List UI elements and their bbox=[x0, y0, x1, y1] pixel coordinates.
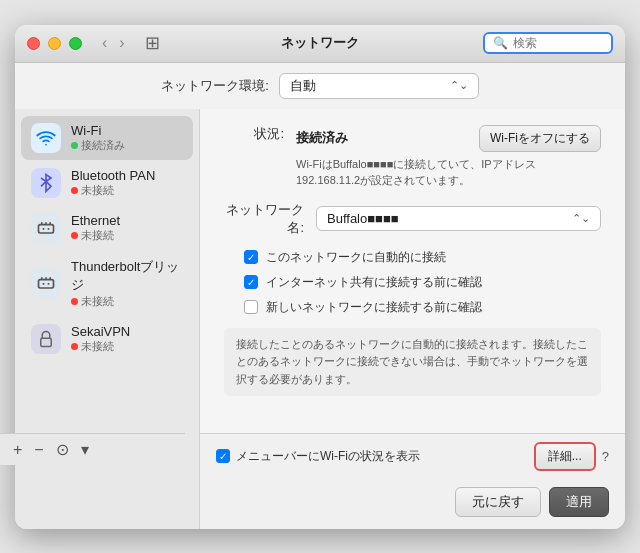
sidebar-vpn-name: SekaiVPN bbox=[71, 324, 130, 339]
sidebar-wifi-status: 接続済み bbox=[71, 138, 125, 153]
add-network-button[interactable]: + bbox=[15, 439, 27, 461]
ethernet-icon bbox=[31, 213, 61, 243]
sidebar-tb-name: Thunderboltブリッジ bbox=[71, 258, 183, 294]
internet-share-label: インターネット共有に接続する前に確認 bbox=[266, 274, 482, 291]
chevron-down-icon: ⌃⌄ bbox=[450, 79, 468, 92]
status-dot-red3 bbox=[71, 298, 78, 305]
status-dot-red4 bbox=[71, 343, 78, 350]
svg-rect-1 bbox=[39, 224, 54, 232]
sidebar-wifi-name: Wi-Fi bbox=[71, 123, 125, 138]
wifi-icon bbox=[31, 123, 61, 153]
status-description: Wi-FiはBuffalo■■■■に接続していて、IPアドレス 192.168.… bbox=[296, 156, 601, 189]
env-bar: ネットワーク環境: 自動 ⌃⌄ bbox=[15, 63, 625, 109]
sidebar-item-vpn[interactable]: SekaiVPN 未接続 bbox=[21, 317, 193, 361]
search-box[interactable]: 🔍 bbox=[483, 32, 613, 54]
menubar-wifi-checkbox[interactable] bbox=[216, 449, 230, 463]
gear-chevron-icon[interactable]: ▾ bbox=[76, 438, 94, 461]
new-network-label: 新しいネットワークに接続する前に確認 bbox=[266, 299, 482, 316]
menubar-wifi-label: メニューバーにWi-Fiの状況を表示 bbox=[236, 448, 420, 465]
traffic-lights bbox=[27, 37, 82, 50]
search-icon: 🔍 bbox=[493, 36, 508, 50]
sidebar-eth-text: Ethernet 未接続 bbox=[71, 213, 120, 243]
sidebar-bt-status-text: 未接続 bbox=[81, 183, 114, 198]
env-select[interactable]: 自動 ⌃⌄ bbox=[279, 73, 479, 99]
right-panel: 状況: 接続済み Wi-Fiをオフにする Wi-FiはBuffalo■■■■に接… bbox=[200, 109, 625, 529]
sidebar-wifi-status-text: 接続済み bbox=[81, 138, 125, 153]
sidebar-footer: + − ⊙ ▾ bbox=[15, 433, 185, 465]
chevron-down-icon2: ⌃⌄ bbox=[572, 212, 590, 225]
sidebar-bt-status: 未接続 bbox=[71, 183, 155, 198]
auto-connect-label: このネットワークに自動的に接続 bbox=[266, 249, 446, 266]
checkboxes: このネットワークに自動的に接続 インターネット共有に接続する前に確認 新しいネッ… bbox=[244, 249, 601, 316]
menubar-checkbox-row: メニューバーにWi-Fiの状況を表示 bbox=[216, 448, 534, 465]
sidebar-item-wifi[interactable]: Wi-Fi 接続済み bbox=[21, 116, 193, 160]
titlebar: ‹ › ⊞ ネットワーク 🔍 bbox=[15, 25, 625, 63]
wifi-toggle-button[interactable]: Wi-Fiをオフにする bbox=[479, 125, 601, 152]
status-dot-red2 bbox=[71, 232, 78, 239]
sidebar-eth-status: 未接続 bbox=[71, 228, 120, 243]
new-network-checkbox[interactable] bbox=[244, 300, 258, 314]
grid-icon: ⊞ bbox=[145, 32, 160, 54]
sidebar-vpn-status-text: 未接続 bbox=[81, 339, 114, 354]
env-label: ネットワーク環境: bbox=[161, 77, 269, 95]
maximize-button[interactable] bbox=[69, 37, 82, 50]
status-dot-green bbox=[71, 142, 78, 149]
sidebar-vpn-text: SekaiVPN 未接続 bbox=[71, 324, 130, 354]
sidebar-tb-status-text: 未接続 bbox=[81, 294, 114, 309]
detail-panel: 状況: 接続済み Wi-Fiをオフにする Wi-FiはBuffalo■■■■に接… bbox=[200, 109, 625, 433]
sidebar-eth-status-text: 未接続 bbox=[81, 228, 114, 243]
cb-row-3: 新しいネットワークに接続する前に確認 bbox=[244, 299, 601, 316]
forward-button[interactable]: › bbox=[115, 33, 128, 53]
main-body: Wi-Fi 接続済み Bluetooth PAN bbox=[15, 109, 625, 529]
svg-rect-3 bbox=[41, 338, 52, 346]
net-name-value: Buffalo■■■■ bbox=[327, 211, 399, 226]
revert-button[interactable]: 元に戻す bbox=[455, 487, 541, 517]
status-row: 状況: 接続済み Wi-Fiをオフにする Wi-FiはBuffalo■■■■に接… bbox=[224, 125, 601, 189]
internet-share-checkbox[interactable] bbox=[244, 275, 258, 289]
bottom-bar: メニューバーにWi-Fiの状況を表示 詳細... ? bbox=[200, 433, 625, 479]
sidebar-item-ethernet[interactable]: Ethernet 未接続 bbox=[21, 206, 193, 250]
svg-rect-2 bbox=[39, 280, 54, 288]
footer-buttons: 元に戻す 適用 bbox=[200, 479, 625, 529]
remove-network-button[interactable]: − bbox=[29, 439, 48, 461]
help-button[interactable]: ? bbox=[602, 449, 609, 464]
cb-row-1: このネットワークに自動的に接続 bbox=[244, 249, 601, 266]
sidebar-tb-text: Thunderboltブリッジ 未接続 bbox=[71, 258, 183, 309]
cb-row-2: インターネット共有に接続する前に確認 bbox=[244, 274, 601, 291]
vpn-icon bbox=[31, 324, 61, 354]
sidebar-item-bluetooth[interactable]: Bluetooth PAN 未接続 bbox=[21, 161, 193, 205]
window-title: ネットワーク bbox=[281, 34, 359, 52]
sidebar-bt-name: Bluetooth PAN bbox=[71, 168, 155, 183]
sidebar-tb-status: 未接続 bbox=[71, 294, 183, 309]
net-name-label: ネットワーク名: bbox=[224, 201, 304, 237]
apply-button[interactable]: 適用 bbox=[549, 487, 609, 517]
status-label: 状況: bbox=[224, 125, 284, 143]
nav-buttons: ‹ › bbox=[98, 33, 129, 53]
back-button[interactable]: ‹ bbox=[98, 33, 111, 53]
thunderbolt-icon bbox=[31, 268, 61, 298]
minimize-button[interactable] bbox=[48, 37, 61, 50]
svg-point-0 bbox=[45, 143, 47, 145]
window: ‹ › ⊞ ネットワーク 🔍 ネットワーク環境: 自動 ⌃⌄ bbox=[15, 25, 625, 529]
sidebar-vpn-status: 未接続 bbox=[71, 339, 130, 354]
bluetooth-icon bbox=[31, 168, 61, 198]
sidebar-item-thunderbolt[interactable]: Thunderboltブリッジ 未接続 bbox=[21, 251, 193, 316]
status-dot-red bbox=[71, 187, 78, 194]
status-value: 接続済み bbox=[296, 129, 467, 147]
warning-box: 接続したことのあるネットワークに自動的に接続されます。接続したことのあるネットワ… bbox=[224, 328, 601, 397]
search-input[interactable] bbox=[513, 36, 603, 50]
sidebar-eth-name: Ethernet bbox=[71, 213, 120, 228]
sidebar: Wi-Fi 接続済み Bluetooth PAN bbox=[15, 109, 200, 529]
sidebar-wifi-text: Wi-Fi 接続済み bbox=[71, 123, 125, 153]
net-name-select[interactable]: Buffalo■■■■ ⌃⌄ bbox=[316, 206, 601, 231]
sidebar-bt-text: Bluetooth PAN 未接続 bbox=[71, 168, 155, 198]
gear-button[interactable]: ⊙ bbox=[51, 438, 74, 461]
env-select-value: 自動 bbox=[290, 77, 316, 95]
auto-connect-checkbox[interactable] bbox=[244, 250, 258, 264]
net-name-row: ネットワーク名: Buffalo■■■■ ⌃⌄ bbox=[224, 201, 601, 237]
warning-text: 接続したことのあるネットワークに自動的に接続されます。接続したことのあるネットワ… bbox=[236, 338, 588, 385]
detail-button[interactable]: 詳細... bbox=[534, 442, 596, 471]
close-button[interactable] bbox=[27, 37, 40, 50]
